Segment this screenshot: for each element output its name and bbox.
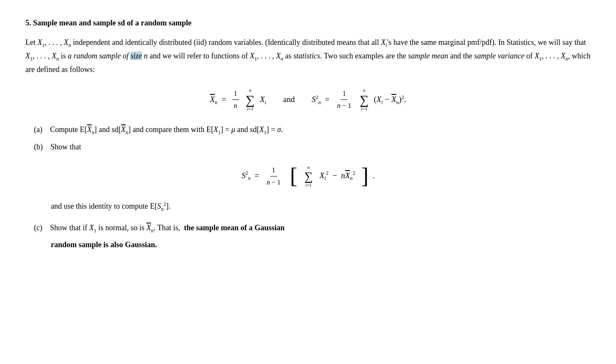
and-text: and	[283, 93, 294, 106]
part-c-container: (c) Show that if X1 is normal, so is Xn.…	[25, 222, 591, 251]
s2-formula: S2n = 1 n − 1 n ∑ i=1 (Xi − Xn)2.	[312, 88, 406, 111]
part-b-after: and use this identity to compute E[Sn2].	[51, 200, 591, 213]
part-c-label: (c) Show that if X1 is normal, so is Xn.…	[34, 222, 591, 235]
problem-header: 5. Sample mean and sample sd of a random…	[25, 17, 591, 29]
part-b-formula: S2n = 1 n − 1 [ n ∑ i=1 Xi2 − nXn2	[25, 165, 591, 188]
summation-1: n ∑ i=1	[246, 88, 255, 111]
s2-symbol: S2n	[312, 93, 321, 107]
intro-paragraph: Let X1, . . . , Xn independent and ident…	[25, 36, 591, 76]
main-formulas: Xn = 1 n n ∑ i=1 Xi and S2n = 1	[25, 88, 591, 111]
xbar-formula: Xn = 1 n n ∑ i=1 Xi	[210, 88, 266, 111]
part-b-container: (b) Show that S2n = 1 n − 1 [ n ∑ i=1	[25, 141, 591, 213]
problem-number: 5.	[25, 19, 31, 27]
xbar-symbol: Xn	[210, 93, 218, 107]
part-a-container: (a) Compute E[Xn] and sd[Xn] and compare…	[25, 124, 591, 137]
fraction-1n-1: 1 n − 1	[336, 88, 353, 111]
part-a-label: (a) Compute E[Xn] and sd[Xn] and compare…	[34, 124, 591, 137]
problem-title: Sample mean and sample sd of a random sa…	[33, 19, 191, 27]
summation-2: n ∑ i=1	[360, 88, 369, 111]
problem-container: 5. Sample mean and sample sd of a random…	[25, 17, 591, 251]
part-c-bold-line: random sample is also Gaussian.	[51, 239, 591, 251]
fraction-1n: 1 n	[232, 88, 239, 111]
part-b-label: (b) Show that	[34, 141, 591, 153]
